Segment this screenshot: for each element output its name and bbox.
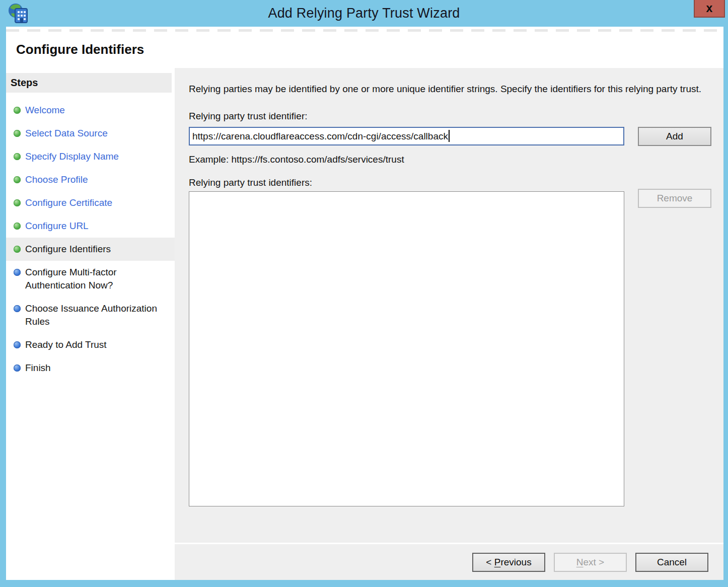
step-item-choose-profile[interactable]: Choose Profile [6,168,175,191]
previous-button[interactable]: < Previous [472,553,545,572]
window-title: Add Relying Party Trust Wizard [268,6,460,21]
step-pending-bullet-icon [14,341,21,348]
steps-sidebar: Steps WelcomeSelect Data SourceSpecify D… [6,68,175,580]
step-item-configure-multi-factor-authentication-now: Configure Multi-factor Authentication No… [6,261,175,297]
wizard-window: Add Relying Party Trust Wizard x Configu… [0,0,728,587]
step-label: Specify Display Name [25,151,119,162]
steps-heading: Steps [6,73,172,93]
step-label: Ready to Add Trust [25,339,107,350]
step-item-select-data-source[interactable]: Select Data Source [6,122,175,145]
identifiers-listbox[interactable] [189,191,624,506]
step-label: Choose Issuance Authorization Rules [25,303,157,327]
step-completed-bullet-icon [14,176,21,183]
step-label: Configure Identifiers [25,244,111,254]
remove-button[interactable]: Remove [638,189,711,208]
example-text: Example: https://fs.contoso.com/adfs/ser… [189,154,711,165]
step-pending-bullet-icon [14,269,21,276]
step-item-choose-issuance-authorization-rules: Choose Issuance Authorization Rules [6,297,175,333]
step-item-finish: Finish [6,356,175,380]
identifier-input-value: https://carena.cloudflareaccess.com/cdn-… [192,131,448,141]
step-label: Welcome [25,105,65,115]
step-completed-bullet-icon [14,107,21,114]
step-completed-bullet-icon [14,130,21,137]
step-item-ready-to-add-trust: Ready to Add Trust [6,333,175,356]
page-header: Configure Identifiers [6,27,723,68]
step-label: Choose Profile [25,174,88,185]
step-pending-bullet-icon [14,305,21,312]
step-pending-bullet-icon [14,364,21,372]
step-completed-bullet-icon [14,199,21,206]
wizard-body: Configure Identifiers Steps WelcomeSelec… [6,27,723,580]
step-completed-bullet-icon [14,246,21,253]
wizard-footer: < Previous Next > Cancel [175,543,723,580]
step-label: Configure Certificate [25,197,112,208]
step-label: Select Data Source [25,128,108,138]
identifier-field-label: Relying party trust identifier: [189,111,711,122]
page-title: Configure Identifiers [16,42,723,57]
step-label: Configure URL [25,221,89,231]
step-item-specify-display-name[interactable]: Specify Display Name [6,145,175,168]
step-item-configure-identifiers: Configure Identifiers [6,238,175,261]
step-completed-bullet-icon [14,153,21,160]
relying-party-identifier-input[interactable]: https://carena.cloudflareaccess.com/cdn-… [189,127,624,145]
close-button[interactable]: x [694,0,725,18]
step-item-configure-certificate[interactable]: Configure Certificate [6,191,175,214]
step-label: Finish [25,362,51,373]
page-description: Relying parties may be identified by one… [189,82,702,96]
next-button[interactable]: Next > [554,553,627,572]
step-label: Configure Multi-factor Authentication No… [25,267,117,290]
close-icon: x [706,3,713,14]
identifiers-list-label: Relying party trust identifiers: [189,177,711,188]
steps-list: WelcomeSelect Data SourceSpecify Display… [6,99,175,380]
step-item-configure-url[interactable]: Configure URL [6,214,175,238]
text-caret [449,130,450,142]
cancel-button[interactable]: Cancel [635,553,708,572]
adfs-wizard-icon [7,3,29,24]
titlebar: Add Relying Party Trust Wizard x [0,0,728,27]
step-item-welcome[interactable]: Welcome [6,99,175,122]
main-panel: Relying parties may be identified by one… [175,68,723,580]
add-button[interactable]: Add [638,127,711,146]
configure-identifiers-page: Relying parties may be identified by one… [175,68,723,543]
step-completed-bullet-icon [14,223,21,230]
